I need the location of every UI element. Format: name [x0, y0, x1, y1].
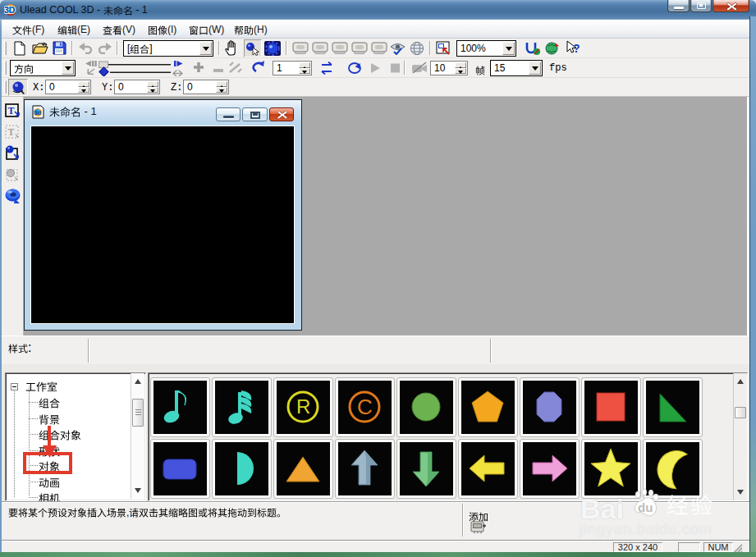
svg-text:T: T — [8, 126, 15, 138]
svg-text:T: T — [8, 105, 15, 116]
svg-text:R: R — [296, 395, 310, 418]
svg-text:3d: 3d — [34, 109, 41, 116]
svg-text:3D: 3D — [4, 5, 16, 15]
svg-text:?: ? — [573, 42, 580, 55]
svg-text:C: C — [357, 395, 373, 419]
